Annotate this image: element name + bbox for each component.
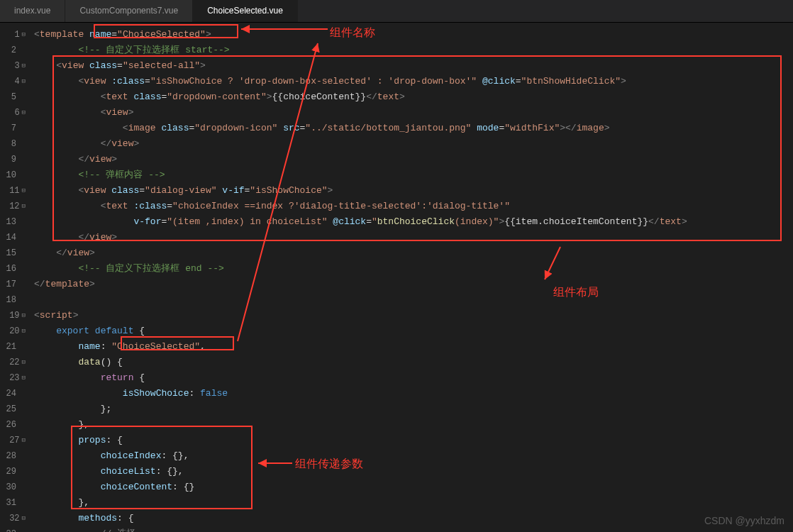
line-number: 8 [0, 136, 26, 152]
line-number: 31 [0, 495, 26, 511]
watermark: CSDN @yyxhzdm [704, 515, 784, 526]
line-number: 26 [0, 417, 26, 433]
line-number: 2 [0, 43, 26, 58]
line-number: 6⊟ [0, 105, 26, 121]
fold-icon[interactable]: ⊟ [22, 199, 26, 214]
line-number: 19⊟ [0, 308, 26, 323]
code-line[interactable]: }; [28, 401, 793, 417]
code-line[interactable]: choiceList: {}, [28, 464, 793, 480]
fold-icon[interactable]: ⊟ [22, 370, 26, 386]
line-number: 32⊟ [0, 511, 26, 526]
fold-icon[interactable]: ⊟ [22, 105, 26, 121]
code-line[interactable]: <!-- 自定义下拉选择框 end --> [28, 261, 793, 277]
line-number: 11⊟ [0, 183, 26, 199]
tab-index-vue[interactable]: index.vue [0, 0, 65, 22]
code-line[interactable]: </view> [28, 152, 793, 167]
line-number: 18 [0, 292, 26, 308]
code-line[interactable]: <template name="ChoiceSelected"> [28, 27, 793, 43]
line-number: 7 [0, 121, 26, 136]
code-line[interactable]: </view> [28, 245, 793, 261]
line-number: 10 [0, 167, 26, 183]
fold-icon[interactable]: ⊟ [22, 74, 26, 89]
code-line[interactable]: <text class="dropdown-content">{{choiceC… [28, 89, 793, 105]
code-line[interactable]: </template> [28, 277, 793, 292]
line-number: 12⊟ [0, 199, 26, 214]
code-line[interactable]: return { [28, 370, 793, 386]
code-line[interactable]: <view :class="isShowChoice ? 'drop-down-… [28, 74, 793, 89]
line-number: 15 [0, 245, 26, 261]
fold-icon[interactable]: ⊟ [22, 308, 26, 323]
line-number: 29 [0, 464, 26, 480]
fold-icon[interactable]: ⊟ [22, 183, 26, 199]
code-line[interactable]: props: { [28, 433, 793, 448]
line-number: 27⊟ [0, 433, 26, 448]
line-number: 4⊟ [0, 74, 26, 89]
code-line[interactable]: <view class="dialog-view" v-if="isShowCh… [28, 183, 793, 199]
code-line[interactable]: <view class="selected-all"> [28, 58, 793, 74]
code-line[interactable]: </view> [28, 230, 793, 245]
line-number: 20⊟ [0, 323, 26, 339]
fold-icon[interactable]: ⊟ [22, 27, 26, 43]
line-number: 17 [0, 277, 26, 292]
tab-choice-selected[interactable]: ChoiceSelected.vue [193, 0, 298, 22]
code-line[interactable] [28, 292, 793, 308]
tab-custom-components[interactable]: CustomComponents7.vue [65, 0, 193, 22]
line-number: 22⊟ [0, 355, 26, 370]
line-number: 28 [0, 448, 26, 464]
line-number: 5 [0, 89, 26, 105]
code-line[interactable]: <view> [28, 105, 793, 121]
code-line[interactable]: </view> [28, 136, 793, 152]
line-number: 24 [0, 386, 26, 401]
code-line[interactable]: }, [28, 495, 793, 511]
code-content[interactable]: <template name="ChoiceSelected"> <!-- 自定… [28, 23, 793, 532]
code-line[interactable]: data() { [28, 355, 793, 370]
line-number: 1⊟ [0, 27, 26, 43]
line-number-gutter: 1⊟23⊟4⊟56⊟7891011⊟12⊟13141516171819⊟20⊟2… [0, 23, 28, 532]
line-number: 13 [0, 214, 26, 230]
line-number: 21 [0, 339, 26, 355]
code-line[interactable]: v-for="(item ,index) in choiceList" @cli… [28, 214, 793, 230]
line-number: 16 [0, 261, 26, 277]
code-line[interactable]: }, [28, 417, 793, 433]
fold-icon[interactable]: ⊟ [22, 323, 26, 339]
code-line[interactable]: choiceContent: {} [28, 480, 793, 495]
line-number: 14 [0, 230, 26, 245]
code-line[interactable]: <image class="dropdown-icon" src="../sta… [28, 121, 793, 136]
code-line[interactable]: choiceIndex: {}, [28, 448, 793, 464]
code-line[interactable]: // 选择 [28, 526, 793, 532]
code-line[interactable]: <text :class="choiceIndex ==index ?'dial… [28, 199, 793, 214]
code-line[interactable]: export default { [28, 323, 793, 339]
fold-icon[interactable]: ⊟ [22, 511, 26, 526]
line-number: 25 [0, 401, 26, 417]
code-line[interactable]: <!-- 弹框内容 --> [28, 167, 793, 183]
code-line[interactable]: <!-- 自定义下拉选择框 start--> [28, 43, 793, 58]
line-number: 3⊟ [0, 58, 26, 74]
code-line[interactable]: methods: { [28, 511, 793, 526]
code-line[interactable]: name: "ChoiceSelected", [28, 339, 793, 355]
tab-bar: index.vue CustomComponents7.vue ChoiceSe… [0, 0, 793, 23]
line-number: 30 [0, 480, 26, 495]
fold-icon[interactable]: ⊟ [22, 58, 26, 74]
line-number: 9 [0, 152, 26, 167]
line-number: 23⊟ [0, 370, 26, 386]
fold-icon[interactable]: ⊟ [22, 433, 26, 448]
fold-icon[interactable]: ⊟ [22, 355, 26, 370]
code-line[interactable]: <script> [28, 308, 793, 323]
line-number: 33 [0, 526, 26, 532]
code-editor[interactable]: 1⊟23⊟4⊟56⊟7891011⊟12⊟13141516171819⊟20⊟2… [0, 23, 793, 532]
code-line[interactable]: isShowChoice: false [28, 386, 793, 401]
